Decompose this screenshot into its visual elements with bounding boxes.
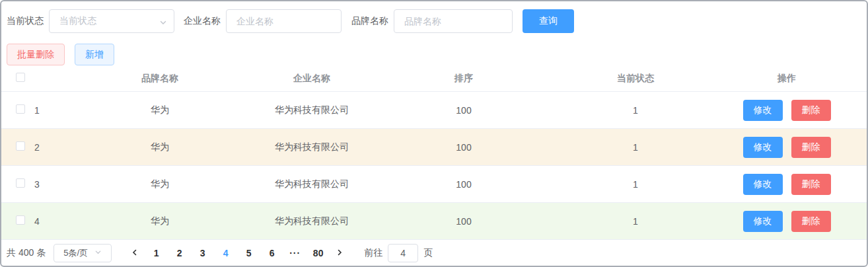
brand-cell: 华为 <box>65 141 255 153</box>
brand-name-input[interactable] <box>394 9 513 33</box>
goto-page-input[interactable] <box>388 244 418 262</box>
page-number[interactable]: 80 <box>307 248 330 258</box>
page-number[interactable]: 1 <box>145 248 168 258</box>
row-checkbox[interactable] <box>16 178 25 188</box>
row-index: 4 <box>30 216 65 227</box>
total-count: 共 400 条 <box>7 247 46 259</box>
chevron-down-icon <box>159 18 167 28</box>
page-number[interactable]: 6 <box>260 248 283 258</box>
filter-bar: 当前状态 当前状态 企业名称 品牌名称 查询 <box>1 1 867 33</box>
prev-page-button[interactable] <box>125 248 145 258</box>
status-cell: 1 <box>559 105 712 116</box>
table-row: 1 华为 华为科技有限公司 100 1 修改 删除 <box>1 92 867 129</box>
enterprise-cell: 华为科技有限公司 <box>255 215 369 227</box>
enterprise-cell: 华为科技有限公司 <box>255 141 369 153</box>
sort-cell: 100 <box>369 179 559 190</box>
status-filter-label: 当前状态 <box>7 15 44 27</box>
row-checkbox[interactable] <box>16 141 25 151</box>
edit-button[interactable]: 修改 <box>743 211 783 232</box>
table-row: 2 华为 华为科技有限公司 100 1 修改 删除 <box>1 129 867 166</box>
goto-label: 前往 <box>364 247 382 259</box>
column-header-enterprise: 企业名称 <box>255 73 369 85</box>
table-header: 品牌名称 企业名称 排序 当前状态 操作 <box>1 65 867 92</box>
page-unit-label: 页 <box>423 247 433 259</box>
row-checkbox[interactable] <box>16 104 25 114</box>
column-header-status: 当前状态 <box>559 73 712 85</box>
sort-cell: 100 <box>369 142 559 153</box>
column-header-brand: 品牌名称 <box>65 73 255 85</box>
pagination-bar: 共 400 条 5条/页 1 2 3 4 5 6 ··· 80 <box>1 240 867 266</box>
search-button[interactable]: 查询 <box>523 9 574 33</box>
next-page-button[interactable] <box>330 248 349 258</box>
edit-button[interactable]: 修改 <box>743 100 783 121</box>
row-index: 3 <box>30 179 65 190</box>
page-size-select[interactable]: 5条/页 <box>54 244 112 262</box>
table-row: 4 华为 华为科技有限公司 100 1 修改 删除 <box>1 203 867 240</box>
delete-button[interactable]: 删除 <box>791 174 831 195</box>
status-cell: 1 <box>559 142 712 153</box>
brand-cell: 华为 <box>65 215 255 227</box>
column-header-operations: 操作 <box>712 73 861 85</box>
delete-button[interactable]: 删除 <box>791 211 831 232</box>
action-bar: 批量删除 新增 <box>1 33 867 65</box>
enterprise-name-label: 企业名称 <box>184 15 221 27</box>
add-button[interactable]: 新增 <box>75 44 114 65</box>
sort-cell: 100 <box>369 105 559 116</box>
page-number[interactable]: 5 <box>237 248 260 258</box>
table-row: 3 华为 华为科技有限公司 100 1 修改 删除 <box>1 166 867 203</box>
edit-button[interactable]: 修改 <box>743 174 783 195</box>
page-size-value: 5条/页 <box>63 247 88 259</box>
row-checkbox[interactable] <box>16 215 25 225</box>
chevron-down-icon <box>94 248 102 258</box>
delete-button[interactable]: 删除 <box>791 137 831 158</box>
enterprise-name-input[interactable] <box>226 9 342 33</box>
edit-button[interactable]: 修改 <box>743 137 783 158</box>
brand-name-label: 品牌名称 <box>351 15 388 27</box>
enterprise-cell: 华为科技有限公司 <box>255 104 369 116</box>
status-cell: 1 <box>559 179 712 190</box>
page-number-active[interactable]: 4 <box>214 248 237 258</box>
pager: 1 2 3 4 5 6 ··· 80 <box>125 248 349 258</box>
delete-button[interactable]: 删除 <box>791 100 831 121</box>
status-select-placeholder: 当前状态 <box>59 15 96 27</box>
page-number[interactable]: 3 <box>191 248 214 258</box>
select-all-checkbox[interactable] <box>16 73 25 82</box>
page-number[interactable]: 2 <box>168 248 191 258</box>
row-index: 2 <box>30 142 65 153</box>
sort-cell: 100 <box>369 216 559 227</box>
brand-cell: 华为 <box>65 178 255 190</box>
page-jumper: 前往 页 <box>364 244 433 262</box>
pager-ellipsis[interactable]: ··· <box>283 248 307 258</box>
row-index: 1 <box>30 105 65 116</box>
brand-management-panel: 当前状态 当前状态 企业名称 品牌名称 查询 批量删除 新增 品牌名称 企业名称… <box>0 0 868 267</box>
column-header-sort: 排序 <box>369 73 559 85</box>
brand-cell: 华为 <box>65 104 255 116</box>
status-cell: 1 <box>559 216 712 227</box>
status-filter-select[interactable]: 当前状态 <box>49 9 174 33</box>
batch-delete-button[interactable]: 批量删除 <box>7 44 65 65</box>
chevron-left-icon <box>131 248 139 258</box>
enterprise-cell: 华为科技有限公司 <box>255 178 369 190</box>
chevron-right-icon <box>336 248 344 258</box>
